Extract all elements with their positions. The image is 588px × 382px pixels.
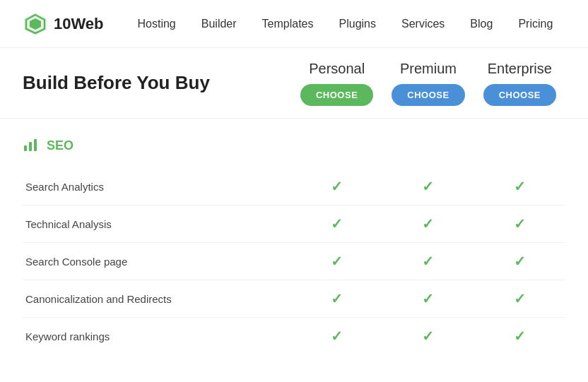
checkmark-icon: ✓	[422, 179, 434, 194]
nav-templates[interactable]: Templates	[262, 18, 314, 30]
nav-blog[interactable]: Blog	[470, 18, 493, 30]
feature-name: Keyword rankings	[23, 318, 291, 355]
nav-hosting[interactable]: Hosting	[138, 18, 176, 30]
nav-builder[interactable]: Builder	[201, 18, 237, 30]
navbar: 10Web Hosting Builder Templates Plugins …	[0, 0, 588, 48]
check-enterprise: ✓	[474, 205, 565, 243]
plan-premium-name: Premium	[400, 61, 457, 77]
check-premium: ✓	[382, 205, 474, 243]
feature-name: Search Analytics	[23, 168, 291, 205]
svg-rect-3	[24, 145, 27, 151]
feature-name: Search Console page	[23, 243, 291, 280]
pricing-title: Build Before You Buy	[23, 72, 291, 94]
logo-text: 10Web	[54, 15, 104, 33]
checkmark-icon: ✓	[514, 328, 526, 344]
check-personal: ✓	[291, 280, 382, 318]
nav-pricing[interactable]: Pricing	[518, 18, 553, 30]
nav-services[interactable]: Services	[401, 18, 445, 30]
check-personal: ✓	[291, 168, 382, 205]
check-personal: ✓	[291, 318, 382, 355]
checkmark-icon: ✓	[422, 253, 434, 269]
checkmark-icon: ✓	[331, 328, 343, 344]
checkmark-icon: ✓	[514, 253, 526, 269]
checkmark-icon: ✓	[422, 291, 434, 306]
table-row: Search Console page✓✓✓	[23, 243, 565, 280]
check-enterprise: ✓	[474, 243, 565, 280]
checkmark-icon: ✓	[331, 216, 343, 232]
check-premium: ✓	[382, 243, 474, 280]
choose-premium-button[interactable]: CHOOSE	[392, 84, 464, 106]
logo-icon	[23, 11, 48, 37]
section-header: SEO	[23, 136, 565, 155]
check-enterprise: ✓	[474, 280, 565, 318]
table-row: Keyword rankings✓✓✓	[23, 318, 565, 355]
logo-link[interactable]: 10Web	[23, 11, 104, 37]
section-title: SEO	[47, 138, 74, 153]
table-row: Technical Analysis✓✓✓	[23, 205, 565, 243]
svg-rect-5	[34, 139, 37, 151]
check-premium: ✓	[382, 280, 474, 318]
table-row: Search Analytics✓✓✓	[23, 168, 565, 205]
nav-links: Hosting Builder Templates Plugins Servic…	[138, 18, 553, 30]
svg-rect-4	[29, 142, 32, 151]
checkmark-icon: ✓	[422, 216, 434, 232]
plan-personal: Personal CHOOSE	[295, 61, 380, 106]
check-premium: ✓	[382, 168, 474, 205]
checkmark-icon: ✓	[331, 179, 343, 194]
check-enterprise: ✓	[474, 318, 565, 355]
plan-enterprise-name: Enterprise	[488, 61, 552, 77]
bar-chart-icon	[23, 136, 40, 155]
pricing-header: Build Before You Buy Personal CHOOSE Pre…	[0, 48, 588, 119]
checkmark-icon: ✓	[514, 216, 526, 232]
checkmark-icon: ✓	[331, 253, 343, 269]
table-row: Canonicalization and Redirects✓✓✓	[23, 280, 565, 318]
seo-section: SEO Search Analytics✓✓✓Technical Analysi…	[0, 119, 588, 354]
plan-personal-name: Personal	[309, 61, 365, 77]
choose-enterprise-button[interactable]: CHOOSE	[483, 84, 556, 106]
check-enterprise: ✓	[474, 168, 565, 205]
checkmark-icon: ✓	[514, 291, 526, 306]
feature-name: Canonicalization and Redirects	[23, 280, 291, 318]
feature-table: Search Analytics✓✓✓Technical Analysis✓✓✓…	[23, 168, 565, 354]
checkmark-icon: ✓	[331, 291, 343, 306]
check-premium: ✓	[382, 318, 474, 355]
plan-enterprise: Enterprise CHOOSE	[477, 61, 562, 106]
checkmark-icon: ✓	[422, 328, 434, 344]
choose-personal-button[interactable]: CHOOSE	[300, 84, 373, 106]
check-personal: ✓	[291, 243, 382, 280]
nav-plugins[interactable]: Plugins	[339, 18, 376, 30]
plan-premium: Premium CHOOSE	[386, 61, 471, 106]
feature-name: Technical Analysis	[23, 205, 291, 243]
pricing-plans: Personal CHOOSE Premium CHOOSE Enterpris…	[291, 61, 565, 106]
check-personal: ✓	[291, 205, 382, 243]
checkmark-icon: ✓	[514, 179, 526, 194]
